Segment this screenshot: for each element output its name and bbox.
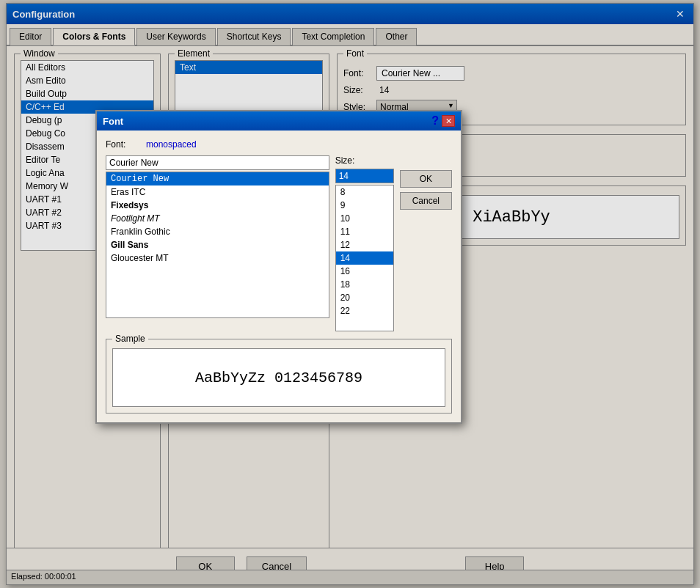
size-list-item[interactable]: 12 <box>336 238 393 251</box>
dialog-overlay: Font ? ✕ Font: monospaced Courier New <box>0 0 700 588</box>
dialog-title: Font <box>103 116 123 127</box>
size-list-item[interactable]: 10 <box>336 212 393 225</box>
dialog-buttons: OK Cancel <box>400 155 452 331</box>
dialog-help-icon[interactable]: ? <box>431 114 439 128</box>
font-list-item[interactable]: Eras ITC <box>106 185 329 199</box>
dialog-sample-area: AaBbYyZz 0123456789 <box>112 348 445 407</box>
font-name-input[interactable] <box>106 155 329 170</box>
dialog-main-lists: Courier New Eras ITC Fixedsys Footlight … <box>106 155 452 331</box>
dialog-content: Font: monospaced Courier New Eras ITC Fi… <box>97 131 461 422</box>
size-list-item[interactable]: 14 <box>336 251 393 265</box>
size-list-item[interactable]: 18 <box>336 278 393 291</box>
size-list-item[interactable]: 22 <box>336 304 393 317</box>
size-container: Size: 8 9 10 11 12 14 16 18 20 22 <box>335 155 394 331</box>
font-list-item[interactable]: Footlight MT <box>106 212 329 225</box>
dialog-font-type-row: Font: monospaced <box>106 139 452 150</box>
font-list-item[interactable]: Fixedsys <box>106 199 329 212</box>
size-list-label: Size: <box>335 155 394 166</box>
size-list-item[interactable]: 20 <box>336 291 393 304</box>
size-list-item[interactable]: 9 <box>336 199 393 212</box>
dialog-font-label: Font: <box>106 139 146 150</box>
dialog-cancel-button[interactable]: Cancel <box>400 192 452 210</box>
size-list-item[interactable]: 16 <box>336 265 393 278</box>
dialog-ok-button[interactable]: OK <box>400 170 452 188</box>
dialog-font-type-value: monospaced <box>146 139 197 150</box>
dialog-sample-panel: Sample AaBbYyZz 0123456789 <box>106 339 452 414</box>
font-list-item[interactable]: Courier New <box>106 172 329 185</box>
dialog-title-bar: Font ? ✕ <box>97 111 461 131</box>
font-list-item[interactable]: Franklin Gothic <box>106 225 329 238</box>
dialog-close-button[interactable]: ✕ <box>442 115 455 127</box>
size-input[interactable] <box>335 169 394 183</box>
size-list-item[interactable]: 11 <box>336 225 393 238</box>
font-list[interactable]: Courier New Eras ITC Fixedsys Footlight … <box>106 172 329 318</box>
size-list[interactable]: 8 9 10 11 12 14 16 18 20 22 <box>335 185 394 331</box>
dialog-sample-label: Sample <box>112 334 148 344</box>
size-list-item[interactable]: 8 <box>336 185 393 199</box>
font-list-item[interactable]: Gloucester MT <box>106 251 329 265</box>
font-dialog: Font ? ✕ Font: monospaced Courier New <box>95 110 462 424</box>
dialog-sample-text: AaBbYyZz 0123456789 <box>195 370 362 386</box>
font-list-item[interactable]: Gill Sans <box>106 238 329 251</box>
font-list-container: Courier New Eras ITC Fixedsys Footlight … <box>106 155 329 331</box>
